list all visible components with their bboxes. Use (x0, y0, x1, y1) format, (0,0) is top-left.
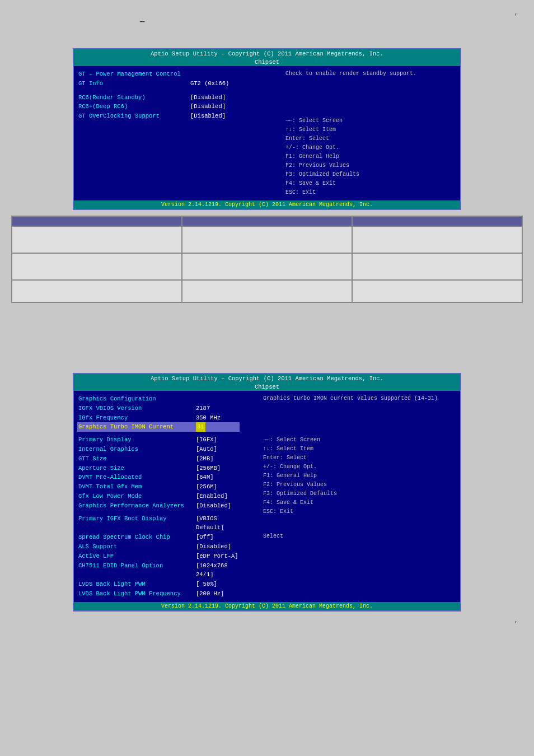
grid-cell-3-2 (182, 280, 352, 302)
bottom-primary-value: [IGFX] (196, 435, 217, 445)
top-help-text: Check to enable render standby support. (285, 69, 457, 78)
bottom-als-label: ALS Support (78, 542, 196, 552)
bottom-item-dvmt-total[interactable]: DVMT Total Gfx Mem [256M] (77, 482, 240, 492)
bottom-lvds-freq-label: LVDS Back Light PWM Frequency (78, 589, 196, 599)
bottom-vbios-label: IGFX VBIOS Version (78, 404, 196, 413)
bottom-item-gfx-low[interactable]: Gfx Low Power Mode [Enabled] (77, 492, 240, 501)
grid-cell-2-1 (12, 253, 182, 280)
bottom-imon-value: 31 (196, 422, 205, 432)
top-bios-middle (237, 69, 282, 197)
grid-header-2 (182, 216, 352, 226)
grid-cell-1-1 (12, 226, 182, 253)
grid-section (11, 216, 523, 303)
top-comma: , (514, 8, 518, 17)
top-item-rc6plus[interactable]: RC6+(Deep RC6) [Disabled] (77, 102, 234, 111)
bottom-dvmt-pre-value: [64M] (196, 473, 214, 482)
top-section-title: GT – Power Management Control (78, 69, 181, 79)
bottom-item-lfp[interactable]: Active LFP [eDP Port-A] (77, 552, 240, 561)
bottom-key-2: ↑↓: Select Item (263, 445, 457, 454)
bottom-key-7: F3: Optimized Defaults (263, 489, 457, 498)
top-key-4: +/-: Change Opt. (285, 143, 457, 152)
bottom-internal-gfx-value: [Auto] (196, 445, 217, 454)
top-bios-body: GT – Power Management Control GT Info GT… (74, 66, 460, 200)
bottom-gfx-low-label: Gfx Low Power Mode (78, 492, 196, 501)
top-rc6plus-label: RC6+(Deep RC6) (78, 102, 190, 111)
bottom-key-help: →←: Select Screen ↑↓: Select Item Enter:… (263, 436, 457, 516)
grid-cell-2-3 (352, 253, 522, 280)
bottom-comma-wrapper: , (0, 616, 534, 627)
bottom-item-spread[interactable]: Spread Spectrum Clock Chip [Off] (77, 533, 240, 542)
bottom-section-title: Graphics Configuration (78, 394, 156, 404)
bottom-aperture-label: Aperture Size (78, 464, 196, 473)
grid-cell-2-2 (182, 253, 352, 280)
bottom-item-edid[interactable]: CH7511 EDID Panel Option [1024x768 24/1] (77, 561, 240, 580)
bottom-lvds-pwm-label: LVDS Back Light PWM (78, 580, 196, 589)
top-bios-left: GT – Power Management Control GT Info GT… (77, 69, 234, 197)
bottom-item-lvds-pwm[interactable]: LVDS Back Light PWM [ 50%] (77, 580, 240, 589)
bottom-key-4: +/-: Change Opt. (263, 463, 457, 472)
grid-header-3 (352, 216, 522, 226)
bottom-item-aperture[interactable]: Aperture Size [256MB] (77, 464, 240, 473)
bottom-bios-tab[interactable]: Chipset (74, 383, 460, 391)
top-bios-screen: Aptio Setup Utility – Copyright (C) 2011… (73, 48, 461, 210)
bottom-item-lvds-freq[interactable]: LVDS Back Light PWM Frequency [200 Hz] (77, 589, 240, 599)
bottom-dvmt-total-label: DVMT Total Gfx Mem (78, 482, 196, 492)
bottom-item-internal-gfx[interactable]: Internal Graphics [Auto] (77, 445, 240, 454)
top-item-oc[interactable]: GT OverClocking Support [Disabled] (77, 111, 234, 121)
bottom-bios-header: Aptio Setup Utility – Copyright (C) 2011… (74, 374, 460, 383)
top-key-5: F1: General Help (285, 152, 457, 161)
bottom-bios-middle (243, 394, 260, 599)
bottom-key-1: →←: Select Screen (263, 436, 457, 445)
bottom-edid-value: [1024x768 24/1] (196, 561, 238, 580)
bottom-bios-title: Aptio Setup Utility – Copyright (C) 2011… (151, 375, 383, 382)
top-key-8: F4: Save & Exit (285, 179, 457, 188)
bottom-dvmt-total-value: [256M] (196, 482, 217, 492)
bottom-item-als[interactable]: ALS Support [Disabled] (77, 542, 240, 552)
top-rc6-label: RC6(Render Standby) (78, 93, 190, 102)
bottom-als-value: [Disabled] (196, 542, 231, 552)
bottom-bios-body: Graphics Configuration IGFX VBIOS Versio… (74, 391, 460, 602)
grid-cell-3-3 (352, 280, 522, 302)
bottom-aperture-value: [256MB] (196, 464, 221, 473)
top-section-title-row: GT – Power Management Control (77, 69, 234, 79)
top-bios-header: Aptio Setup Utility – Copyright (C) 2011… (74, 49, 460, 58)
bottom-comma: , (514, 616, 518, 624)
bottom-item-primary[interactable]: Primary Display [IGFX] (77, 435, 240, 445)
bottom-item-imon[interactable]: Graphics Turbo IMON Current 31 (77, 422, 240, 432)
bottom-vbios-value: 2187 (196, 404, 210, 413)
bottom-key-5: F1: General Help (263, 472, 457, 480)
bottom-key-3: Enter: Select (263, 454, 457, 463)
top-item-rc6[interactable]: RC6(Render Standby) [Disabled] (77, 93, 234, 102)
top-bios-tab[interactable]: Chipset (74, 58, 460, 66)
bottom-spread-label: Spread Spectrum Clock Chip (78, 533, 196, 542)
bottom-bios-right: Graphics turbo IMON current values suppo… (263, 394, 457, 599)
bottom-key-9: ESC: Exit (263, 507, 457, 516)
grid-cell-1-2 (182, 226, 352, 253)
top-oc-label: GT OverClocking Support (78, 111, 190, 121)
bottom-gfx-low-value: [Enabled] (196, 492, 228, 501)
top-gt-info-label: GT Info (78, 79, 190, 88)
bottom-gtt-label: GTT Size (78, 454, 196, 464)
bottom-imon-label: Graphics Turbo IMON Current (78, 422, 196, 432)
bottom-freq-value: 350 MHz (196, 413, 221, 423)
bottom-internal-gfx-label: Internal Graphics (78, 445, 196, 454)
bottom-item-perf[interactable]: Graphics Performance Analyzers [Disabled… (77, 501, 240, 511)
grid-cell-1-3 (352, 226, 522, 253)
bottom-primary-label: Primary Display (78, 435, 196, 445)
bottom-perf-value: [Disabled] (196, 501, 231, 511)
top-bios-footer: Version 2.14.1219. Copyright (C) 2011 Am… (74, 200, 460, 209)
bottom-lfp-label: Active LFP (78, 552, 196, 561)
bottom-section-title-row: Graphics Configuration (77, 394, 240, 404)
bottom-gtt-value: [2MB] (196, 454, 214, 464)
bottom-lvds-pwm-value: [ 50%] (196, 580, 217, 589)
top-key-2: ↑↓: Select Item (285, 125, 457, 134)
bottom-spread-value: [Off] (196, 533, 214, 542)
bottom-freq-label: IGfx Frequency (78, 413, 196, 423)
select-label: Select (263, 533, 457, 539)
top-bios-title: Aptio Setup Utility – Copyright (C) 2011… (151, 50, 383, 57)
bottom-item-boot-display[interactable]: Primary IGFX Boot Display [VBIOS Default… (77, 514, 240, 533)
bottom-item-dvmt-pre[interactable]: DVMT Pre-Allocated [64M] (77, 473, 240, 482)
bottom-lvds-freq-value: [200 Hz] (196, 589, 224, 599)
bottom-item-gtt[interactable]: GTT Size [2MB] (77, 454, 240, 464)
bottom-item-vbios: IGFX VBIOS Version 2187 (77, 404, 240, 413)
